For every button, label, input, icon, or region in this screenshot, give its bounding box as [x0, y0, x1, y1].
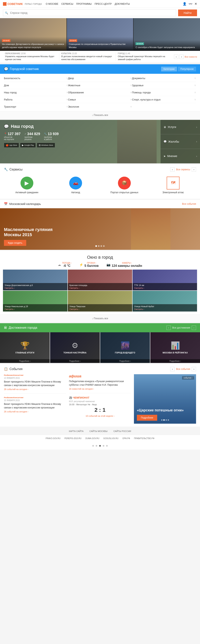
google-play-badge[interactable]: ▶ Google Play [20, 143, 36, 148]
service-card-4[interactable]: 🗺 Электронный атлас [150, 175, 196, 196]
services-next[interactable]: › [192, 167, 196, 172]
all-achievements-link[interactable]: Все достижения [172, 326, 190, 329]
window-link-4[interactable]: Смотреть › [4, 308, 15, 310]
all-news-link[interactable]: Все новости [185, 56, 197, 58]
link-services[interactable]: 🖥 Услуги › [161, 120, 200, 134]
all-events-link[interactable]: Все события [182, 202, 196, 205]
footer-link-1[interactable]: PRAVO.GOV.RU [46, 437, 61, 440]
footer-link-4[interactable]: GOSUSLUGI.RU [103, 437, 118, 440]
link-complaints[interactable]: 💬 Жалобы › [161, 134, 200, 149]
achieve-card-2[interactable]: ⚙ ТОНКАЯ НАСТРОЙКА Подробнее › [50, 332, 100, 363]
services-prev[interactable]: ‹ [170, 167, 175, 172]
search-input[interactable] [3, 10, 176, 16]
feat-dot-2[interactable] [163, 419, 165, 421]
glasses-icon[interactable]: 👓 [189, 2, 193, 6]
nav-about[interactable]: О МОСКВЕ [46, 2, 58, 5]
achieve-prev[interactable]: ‹ [167, 326, 171, 330]
window-link-5[interactable]: Смотреть › [69, 308, 80, 310]
nav-press[interactable]: ПРЕСС-ЦЕНТР [95, 2, 112, 5]
advisor-item-9[interactable]: Помощь города∨ [132, 89, 196, 96]
event-more-afisha[interactable]: 16 новостей на сегодня › [69, 388, 131, 390]
all-events2-link[interactable]: Все события [176, 368, 190, 370]
window-item-1[interactable]: Улица Дорогомиловская д.6 Смотреть › [3, 270, 67, 290]
close-icon[interactable]: ✕ [195, 2, 197, 6]
achieve-card-3[interactable]: 🌆 ГОРОД БУДУЩЕГО Подробнее › [100, 332, 150, 363]
footer-link-6[interactable]: ПРАВИТЕЛЬСТВО.РФ [134, 437, 154, 440]
events-prev[interactable]: ‹ [170, 367, 175, 371]
events-featured[interactable]: события › «Царские потешные огни» Подроб… [134, 374, 196, 424]
advisor-item-13[interactable]: Транспорт∨ [4, 103, 68, 110]
windows-store-badge[interactable]: ⊞ Windows Store [37, 143, 55, 148]
achieve-next[interactable]: › [192, 326, 196, 330]
footer-dot-5[interactable] [106, 445, 108, 446]
carousel-dot-1[interactable] [96, 245, 97, 247]
footer-dot-4[interactable] [103, 445, 104, 446]
nav-documents[interactable]: ДОКУМЕНТЫ [115, 2, 130, 5]
featured-btn[interactable]: Подробнее [137, 415, 157, 421]
carousel-dot-3[interactable] [100, 245, 102, 247]
window-item-2[interactable]: Красная площадь Смотреть › [68, 270, 132, 290]
link-opinion[interactable]: ➤ Мнение › [161, 149, 200, 163]
hero-item-3[interactable]: 18 МАЯ С сентября в Москве будет запущен… [133, 18, 200, 51]
cameras-stat[interactable]: 📷 КАМЕРЫ › 124 камеры онлайн [106, 262, 142, 268]
search-button[interactable]: Найти [178, 10, 197, 16]
footer-link-3[interactable]: DUMA.GOV.RU [85, 437, 100, 440]
service-card-2[interactable]: 🚗 Автокод [53, 175, 99, 196]
event-more-2[interactable]: 26 событий на сегодня › [4, 410, 66, 413]
traffic-stat[interactable]: ⚡ ПРОБКИ › 5 баллов [79, 262, 99, 268]
ticker-prev[interactable]: ‹ [174, 54, 178, 59]
advisor-item-11[interactable]: Семья∨ [68, 96, 132, 103]
advisor-item-7[interactable]: Наш город∨ [4, 89, 68, 96]
feat-dot-1[interactable] [161, 419, 163, 421]
footer-nav-sitemap[interactable]: КАРТА САЙТА [69, 430, 84, 432]
window-item-3[interactable]: ТТК 14 км Смотреть › [133, 270, 197, 290]
footer-link-5[interactable]: ОРФ.РФ [122, 437, 130, 440]
window-item-6[interactable]: Улица Новый Арбат Смотреть › [133, 291, 197, 312]
footer-dot-1[interactable] [92, 445, 94, 446]
feat-dot-4[interactable] [168, 419, 169, 421]
advisor-item-2[interactable]: Двор∨ [68, 75, 132, 82]
events-next[interactable]: › [192, 367, 196, 371]
window-item-5[interactable]: Улица Тверская Смотреть › [68, 291, 132, 312]
achieve-card-1[interactable]: 🏆 ГЛАВНЫЕ ИТОГИ Подробнее › [0, 332, 50, 363]
window-link-6[interactable]: Смотреть › [134, 308, 144, 310]
window-item-4[interactable]: Улица Никольская д.19 Смотреть › [3, 291, 67, 312]
window-link-3[interactable]: Смотреть › [134, 287, 144, 289]
advisor-btn-categories[interactable]: Категории [161, 67, 177, 72]
feat-dot-3[interactable] [166, 419, 167, 421]
service-card-3[interactable]: 📦 Портал открытых данных [101, 175, 147, 196]
nav-services[interactable]: СЕРВИСЫ [61, 2, 73, 5]
carousel-dot-4[interactable] [103, 245, 105, 247]
nav-programs[interactable]: ПРОГРАММЫ [76, 2, 92, 5]
carousel-dot-2[interactable] [98, 245, 100, 247]
where-to-go-btn[interactable]: Куда сходить [4, 240, 26, 246]
weather-stat[interactable]: ☁ ПОГОДА › -6 °С [58, 262, 71, 268]
hero-item-2[interactable]: 29 МАЯ Совещание по оперативным вопросам… [67, 18, 133, 51]
advisor-item-8[interactable]: Образование∨ [68, 89, 132, 96]
hero-item-1[interactable]: 29 МАЯ На семинаре Департамента образова… [0, 18, 67, 51]
event-more-champ[interactable]: 10 событий на этой неделе › [69, 415, 131, 417]
advisor-show-all[interactable]: ↓ Показать все [0, 111, 200, 119]
footer-dot-2[interactable] [96, 445, 97, 446]
window-link-1[interactable]: Смотреть › [4, 287, 15, 289]
advisor-item-6[interactable]: Здоровье∨ [132, 82, 196, 89]
advisor-item-3[interactable]: Документы∨ [132, 75, 196, 82]
window-show-all[interactable]: ↓ Показать все [0, 314, 200, 322]
app-store-badge[interactable]: 🍎 App Store [4, 143, 19, 148]
footer-nav-moscow-sites[interactable]: САЙТЫ МОСКВЫ [89, 430, 107, 432]
footer-link-2[interactable]: PEREPIS-2010.RU [65, 437, 82, 440]
advisor-item-12[interactable]: Спорт, культура и отдых∨ [132, 96, 196, 103]
footer-dot-3[interactable] [99, 445, 101, 446]
ticker-next[interactable]: › [179, 54, 184, 59]
achieve-card-4[interactable]: 📊 МОСКВА В РЕЙТИНГАХ Подробнее › [150, 332, 200, 363]
advisor-item-4[interactable]: Дом∨ [4, 82, 68, 89]
site-logo[interactable]: СОВЕТНИК ПУЛЬС ГОРОДА [3, 2, 42, 6]
all-services-link[interactable]: Все сервисы [176, 168, 190, 171]
event-more-1[interactable]: 26 событий на сегодня › [4, 388, 66, 390]
advisor-item-10[interactable]: Работа∨ [4, 96, 68, 103]
advisor-item-14[interactable]: Экология∨ [68, 103, 132, 110]
advisor-item-1[interactable]: Безопасность∨ [4, 75, 68, 82]
advisor-item-5[interactable]: Животные∨ [68, 82, 132, 89]
service-card-1[interactable]: ▶ Активный гражданин [4, 175, 50, 196]
advisor-btn-popular[interactable]: Популярное [178, 67, 196, 72]
